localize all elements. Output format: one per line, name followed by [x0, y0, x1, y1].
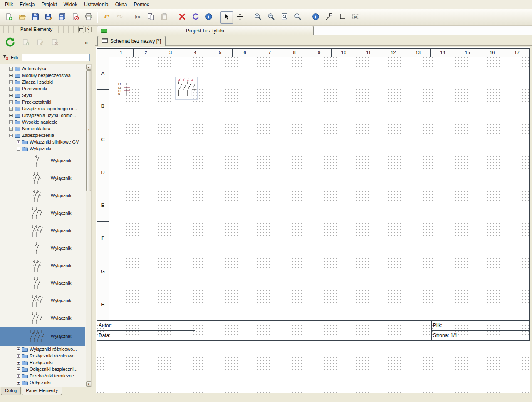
tree-folder[interactable]: +Urządzenia łagodnego ro... — [0, 105, 85, 112]
pan-mode-button[interactable] — [234, 11, 246, 24]
add-terminal-button[interactable] — [323, 11, 335, 24]
rotate-button[interactable] — [189, 11, 202, 24]
undo-button[interactable]: ↶ — [100, 11, 113, 24]
tree-folder[interactable]: +Złącza i zaciski — [0, 79, 85, 85]
scroll-up-icon[interactable]: ▲ — [86, 65, 91, 70]
element-item[interactable]: Wyłącznik — [0, 292, 85, 309]
element-info-button[interactable] — [309, 11, 322, 24]
menu-item-2[interactable]: Projekt — [38, 0, 60, 9]
tree-folder[interactable]: +Odłączniki — [0, 379, 85, 386]
tab-undo-panel[interactable]: Cofnij — [1, 387, 21, 395]
tree-folder[interactable]: +Przetworniki — [0, 85, 85, 92]
cut-button[interactable]: ✂ — [131, 11, 144, 24]
scroll-down-icon[interactable]: ▼ — [86, 381, 91, 387]
element-item[interactable]: Wyłącznik — [0, 187, 85, 204]
element-item[interactable]: Wyłącznik — [0, 204, 85, 222]
tree-folder[interactable]: +Wyłączniki silnikowe GV — [0, 139, 85, 145]
element-item-selected[interactable]: Wyłącznik — [0, 327, 85, 346]
menu-item-3[interactable]: Widok — [60, 0, 81, 9]
filter-input[interactable] — [22, 54, 90, 61]
tab-schema[interactable]: Schemat bez nazwy [*] — [97, 36, 166, 46]
scrollbar-thumb[interactable]: ⋮ — [86, 70, 91, 191]
tree-folder[interactable]: +Rozłączniki — [0, 359, 85, 366]
edit-element-button[interactable] — [35, 37, 46, 48]
redo-button[interactable]: ↷ — [114, 11, 126, 24]
copy-button[interactable] — [145, 11, 157, 24]
menu-item-1[interactable]: Edycja — [16, 0, 38, 9]
expand-icon[interactable]: + — [17, 354, 20, 358]
element-tree[interactable]: +Automatyka+Moduły bezpieczeństwa+Złącza… — [0, 65, 85, 387]
tree-scrollbar[interactable]: ▲ ⋮ ▼ — [86, 64, 92, 387]
tree-folder[interactable]: +Moduły bezpieczeństwa — [0, 72, 85, 79]
expand-icon[interactable]: + — [9, 67, 13, 71]
tree-folder[interactable]: +Nomenklatura — [0, 125, 85, 132]
expand-icon[interactable]: + — [9, 114, 13, 117]
select-mode-button[interactable] — [220, 11, 233, 24]
element-item[interactable]: Wyłącznik — [0, 257, 85, 274]
tree-folder[interactable]: +Urządzenia użytku domo... — [0, 112, 85, 119]
panel-resize-handle[interactable] — [92, 26, 95, 402]
element-item[interactable]: Wyłącznik — [0, 152, 85, 169]
tree-folder[interactable]: +Odłączniki bezpieczni... — [0, 366, 85, 372]
tree-folder[interactable]: +Przekształtniki — [0, 99, 85, 105]
menu-item-4[interactable]: Ustawienia — [81, 0, 112, 9]
zoom-out-button[interactable] — [265, 11, 277, 24]
add-conductor-button[interactable] — [336, 11, 349, 24]
expand-icon[interactable]: + — [17, 361, 20, 365]
menu-item-0[interactable]: Plik — [2, 0, 16, 9]
close-document-button[interactable] — [69, 11, 82, 24]
open-project-button[interactable] — [16, 11, 28, 24]
element-item[interactable]: Wyłącznik — [0, 309, 85, 327]
zoom-reset-button[interactable] — [292, 11, 304, 24]
schematic-canvas[interactable]: 1234567891011121314151617 ABCDEFGH Autor… — [96, 47, 530, 393]
element-item[interactable]: Wyłącznik — [0, 274, 85, 292]
terminal-labels-element[interactable]: L1L2L3N — [118, 81, 133, 98]
expand-icon[interactable]: + — [9, 74, 13, 77]
save-as-button[interactable] — [42, 11, 55, 24]
expand-icon[interactable]: + — [9, 127, 13, 131]
tree-folder[interactable]: +Wysokie napięcie — [0, 119, 85, 125]
new-element-button[interactable] — [20, 37, 32, 48]
expand-icon[interactable]: + — [17, 374, 20, 378]
tree-folder[interactable]: +Automatyka — [0, 65, 85, 72]
paste-button[interactable] — [158, 11, 171, 24]
close-panel-button[interactable]: × — [85, 27, 92, 32]
save-button[interactable] — [29, 11, 42, 24]
collapse-icon[interactable]: - — [9, 134, 13, 137]
panel-toolbar-overflow-button[interactable]: » — [83, 40, 89, 46]
save-all-button[interactable] — [56, 11, 68, 24]
tree-folder[interactable]: +Styki — [0, 92, 85, 99]
element-item[interactable]: Wyłącznik — [0, 239, 85, 257]
reload-collections-button[interactable] — [3, 37, 17, 48]
expand-icon[interactable]: + — [9, 94, 13, 97]
print-button[interactable] — [82, 11, 95, 24]
expand-icon[interactable]: + — [17, 347, 20, 351]
expand-icon[interactable]: + — [17, 367, 20, 371]
panel-header[interactable]: Panel Elementy × — [0, 26, 92, 33]
breaker-element[interactable] — [175, 77, 198, 100]
delete-button[interactable] — [176, 11, 188, 24]
menu-item-6[interactable]: Pomoc — [130, 0, 152, 9]
expand-icon[interactable]: + — [17, 140, 20, 144]
tab-project[interactable]: Projekt bez tytułu — [97, 26, 314, 35]
tree-folder[interactable]: +Rozłączniki różnicowo... — [0, 352, 85, 359]
delete-element-button[interactable] — [49, 37, 61, 48]
tree-folder[interactable]: -Zabezpieczenia — [0, 132, 85, 139]
tree-folder[interactable]: +Przekaźniki termiczne — [0, 372, 85, 379]
expand-icon[interactable]: + — [9, 87, 13, 91]
expand-icon[interactable]: + — [17, 381, 20, 385]
menu-item-5[interactable]: Okna — [112, 0, 131, 9]
expand-icon[interactable]: + — [9, 120, 13, 124]
add-text-field-button[interactable]: ab — [349, 11, 362, 24]
expand-icon[interactable]: + — [9, 107, 13, 111]
clear-filter-icon[interactable] — [2, 54, 9, 61]
float-panel-button[interactable] — [78, 27, 84, 32]
new-document-button[interactable] — [2, 11, 15, 24]
zoom-in-button[interactable] — [252, 11, 264, 24]
tab-elements-panel[interactable]: Panel Elementy — [22, 387, 62, 395]
element-item[interactable]: Wyłącznik — [0, 169, 85, 187]
expand-icon[interactable]: + — [9, 100, 13, 104]
tree-folder[interactable]: +Wyłączniki różnicowo... — [0, 346, 85, 352]
expand-icon[interactable]: + — [9, 80, 13, 84]
tree-folder[interactable]: -Wyłączniki — [0, 145, 85, 152]
